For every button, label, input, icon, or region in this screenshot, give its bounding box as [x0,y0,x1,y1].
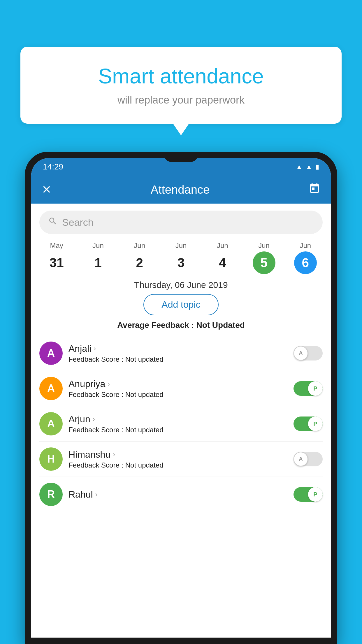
cal-day-1[interactable]: 1 [77,253,119,273]
cal-day-selected[interactable]: 6 [294,251,317,274]
cal-day-2[interactable]: 2 [119,253,160,273]
student-item-rahul: R Rahul › P [39,477,323,512]
student-item-anupriya: A Anupriya › Feedback Score : Not update… [39,371,323,406]
toggle-arjun[interactable]: P [294,416,323,431]
student-name-rahul[interactable]: Rahul › [68,489,288,500]
cal-month-4: Jun [202,239,243,250]
student-name-anjali[interactable]: Anjali › [68,343,288,354]
toggle-anjali[interactable]: A [294,346,323,360]
student-item-himanshu: H Himanshu › Feedback Score : Not update… [39,442,323,477]
calendar-months: May Jun Jun Jun Jun Jun Jun [31,239,331,250]
student-feedback-anjali: Feedback Score : Not updated [68,355,288,363]
bubble-subtitle: will replace your paperwork [44,94,318,106]
cal-month-6: Jun [285,239,326,250]
app-bar: ✕ Attendance [31,176,331,204]
avatar-arjun: A [39,412,63,435]
student-name-himanshu[interactable]: Himanshu › [68,449,288,460]
student-feedback-anupriya: Feedback Score : Not updated [68,391,288,399]
cal-month-2: Jun [119,239,160,250]
toggle-himanshu[interactable]: A [294,452,323,466]
speech-bubble: Smart attendance will replace your paper… [20,47,342,124]
app-bar-title: Attendance [151,183,210,196]
cal-day-6[interactable]: 6 [285,251,326,274]
calendar-button[interactable] [309,183,320,197]
toggle-anupriya[interactable]: P [294,381,323,396]
close-button[interactable]: ✕ [42,183,52,196]
avatar-anjali: A [39,342,63,365]
cal-day-0[interactable]: 31 [36,253,77,273]
student-list: A Anjali › Feedback Score : Not updated … [31,336,331,512]
avatar-himanshu: H [39,447,63,471]
search-icon [48,216,57,228]
student-info-himanshu: Himanshu › Feedback Score : Not updated [68,449,288,469]
cal-month-1: Jun [77,239,119,250]
toggle-rahul[interactable]: P [294,487,323,502]
chevron-icon: › [93,415,95,423]
chevron-icon: › [94,344,96,353]
battery-icon: ▮ [316,163,319,171]
cal-month-5: Jun [243,239,284,250]
student-item-anjali: A Anjali › Feedback Score : Not updated … [39,336,323,371]
student-feedback-arjun: Feedback Score : Not updated [68,426,288,434]
search-bar[interactable]: Search [39,211,323,234]
cal-day-today[interactable]: 5 [253,251,275,274]
student-info-rahul: Rahul › [68,489,288,500]
phone-screen: 14:29 ▲ ▲ ▮ ✕ Attendance S [31,158,331,638]
cal-day-5[interactable]: 5 [243,251,284,274]
chevron-icon: › [108,380,110,388]
add-topic-button[interactable]: Add topic [143,294,218,315]
search-placeholder: Search [62,217,94,228]
selected-date-label: Thursday, 06 June 2019 [31,274,331,294]
student-info-anupriya: Anupriya › Feedback Score : Not updated [68,379,288,399]
bubble-title: Smart attendance [44,64,318,88]
student-name-anupriya[interactable]: Anupriya › [68,379,288,389]
student-info-arjun: Arjun › Feedback Score : Not updated [68,414,288,434]
wifi-icon: ▲ [296,163,302,171]
cal-month-0: May [36,239,77,250]
cal-day-4[interactable]: 4 [202,253,243,273]
student-name-arjun[interactable]: Arjun › [68,414,288,425]
chevron-icon: › [113,450,115,459]
calendar-days: 31 1 2 3 4 5 6 [31,251,331,274]
avg-feedback: Average Feedback : Not Updated [31,321,331,330]
speech-bubble-container: Smart attendance will replace your paper… [20,47,342,124]
status-time: 14:29 [43,162,63,172]
signal-icon: ▲ [306,163,312,171]
student-feedback-himanshu: Feedback Score : Not updated [68,461,288,469]
student-info-anjali: Anjali › Feedback Score : Not updated [68,343,288,363]
cal-month-3: Jun [160,239,202,250]
phone-frame: 14:29 ▲ ▲ ▮ ✕ Attendance S [25,152,337,644]
avatar-anupriya: A [39,377,63,400]
avatar-rahul: R [39,483,63,506]
phone-notch [164,152,198,162]
cal-day-3[interactable]: 3 [160,253,202,273]
status-icons: ▲ ▲ ▮ [296,163,319,171]
chevron-icon: › [95,490,98,498]
student-item-arjun: A Arjun › Feedback Score : Not updated P [39,406,323,442]
